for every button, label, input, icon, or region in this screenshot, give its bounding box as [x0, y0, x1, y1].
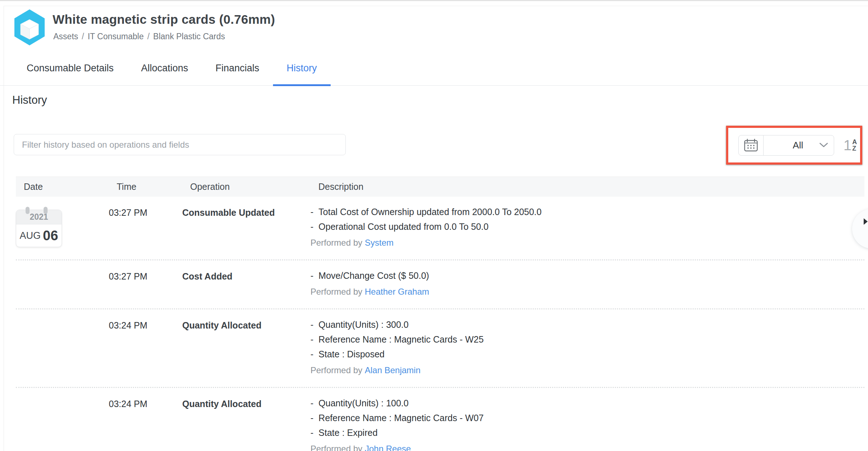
description-line: Quantity(Units) : 300.0 — [310, 317, 864, 332]
performed-by: Performed by System — [310, 234, 864, 251]
description-line: Reference Name : Magnetic Cards - W07 — [310, 411, 864, 425]
column-header-description: Description — [318, 182, 864, 192]
date-filter-button[interactable] — [739, 135, 764, 155]
tab-history[interactable]: History — [273, 61, 331, 86]
tab-bar: Consumable Details Allocations Financial… — [0, 61, 868, 86]
date-badge-num: 06 — [43, 228, 58, 244]
table-header-row: Date Time Operation Description — [16, 177, 864, 197]
description-line: Move/Change Cost ($ 50.0) — [310, 268, 864, 283]
consumable-cube-icon — [14, 9, 45, 45]
time-cell: 03:24 PM — [109, 317, 182, 378]
performed-by-label: Performed by — [310, 287, 362, 296]
description-line: Reference Name : Magnetic Cards - W25 — [310, 332, 864, 347]
performed-by: Performed by John Reese — [310, 440, 864, 451]
operation-cell: Quantity Allocated — [182, 396, 310, 451]
date-badge-year: 2021 — [16, 210, 62, 224]
operation-cell: Cost Added — [182, 268, 310, 300]
sort-z-glyph: Z — [852, 145, 857, 152]
table-row: 03:24 PM Quantity Allocated Quantity(Uni… — [16, 388, 864, 451]
description-line: Total Cost of Ownership updated from 200… — [310, 205, 864, 219]
breadcrumb-item-it-consumable[interactable]: IT Consumable — [88, 32, 144, 41]
performed-by-label: Performed by — [310, 238, 362, 247]
calendar-icon — [744, 139, 758, 152]
column-header-date: Date — [24, 182, 117, 192]
performed-by-link[interactable]: John Reese — [365, 444, 411, 451]
history-page: White magnetic strip cards (0.76mm) Asse… — [0, 0, 868, 451]
operation-filter-value: All — [793, 140, 803, 151]
performed-by-label: Performed by — [310, 444, 362, 451]
performed-by: Performed by Alan Benjamin — [310, 362, 864, 378]
date-badge-day: AUG 06 — [16, 224, 62, 247]
table-row: 03:27 PM Cost Added Move/Change Cost ($ … — [16, 260, 864, 309]
date-group-badge: 2021 AUG 06 — [16, 210, 62, 247]
sort-az-glyphs: A Z — [852, 139, 857, 152]
highlight-box: All 1 A Z — [726, 126, 862, 165]
section-title: History — [12, 94, 47, 107]
history-table: Date Time Operation Description 2021 AUG… — [16, 177, 864, 451]
performed-by-label: Performed by — [310, 365, 362, 375]
description-cell: Move/Change Cost ($ 50.0) Performed by H… — [310, 268, 864, 300]
sort-order-button[interactable]: 1 A Z — [844, 138, 857, 152]
tab-consumable-details[interactable]: Consumable Details — [13, 61, 127, 86]
description-line: State : Disposed — [310, 347, 864, 362]
performed-by-link[interactable]: Heather Graham — [365, 287, 429, 296]
breadcrumb-item-blank-plastic-cards[interactable]: Blank Plastic Cards — [153, 32, 225, 41]
performed-by-link[interactable]: System — [365, 238, 394, 247]
breadcrumb-item-assets[interactable]: Assets — [53, 32, 78, 41]
date-cell — [16, 317, 109, 378]
page-title: White magnetic strip cards (0.76mm) — [53, 12, 275, 27]
badge-ring — [26, 207, 30, 214]
performed-by: Performed by Heather Graham — [310, 283, 864, 300]
edge-nav-arrow-icon — [864, 218, 868, 225]
operation-cell: Consumable Updated — [182, 205, 310, 251]
date-cell — [16, 268, 109, 300]
date-cell — [16, 396, 109, 451]
date-cell: 2021 AUG 06 — [16, 205, 109, 251]
description-cell: Total Cost of Ownership updated from 200… — [310, 205, 864, 251]
description-line: Quantity(Units) : 100.0 — [310, 396, 864, 411]
breadcrumb: Assets/IT Consumable/Blank Plastic Cards — [53, 32, 225, 41]
time-cell: 03:27 PM — [109, 205, 182, 251]
column-header-time: Time — [117, 182, 190, 192]
column-header-operation: Operation — [190, 182, 318, 192]
breadcrumb-separator: / — [82, 32, 84, 41]
breadcrumb-separator: / — [147, 32, 149, 41]
description-cell: Quantity(Units) : 100.0 Reference Name :… — [310, 396, 864, 451]
description-line: State : Expired — [310, 425, 864, 440]
tab-financials[interactable]: Financials — [202, 61, 273, 86]
sort-a-glyph: A — [852, 139, 857, 145]
sort-numeric-alpha-icon: 1 — [844, 138, 851, 152]
badge-ring — [44, 207, 48, 214]
date-badge-month: AUG — [20, 230, 41, 241]
table-row: 03:24 PM Quantity Allocated Quantity(Uni… — [16, 309, 864, 388]
time-cell: 03:24 PM — [109, 396, 182, 451]
operation-cell: Quantity Allocated — [182, 317, 310, 378]
time-cell: 03:27 PM — [109, 268, 182, 300]
window-top-edge — [0, 0, 868, 1]
card-top-border — [4, 6, 868, 6]
operation-filter-dropdown[interactable]: All — [764, 135, 834, 155]
history-filter-control: All — [738, 135, 834, 156]
description-cell: Quantity(Units) : 300.0 Reference Name :… — [310, 317, 864, 378]
table-row: 2021 AUG 06 03:27 PM Consumable Updated … — [16, 197, 864, 260]
history-filter-input[interactable] — [14, 134, 346, 155]
chevron-down-icon — [819, 143, 828, 148]
tab-allocations[interactable]: Allocations — [127, 61, 202, 86]
description-line: Operational Cost updated from 0.0 To 50.… — [310, 219, 864, 234]
performed-by-link[interactable]: Alan Benjamin — [365, 365, 421, 375]
